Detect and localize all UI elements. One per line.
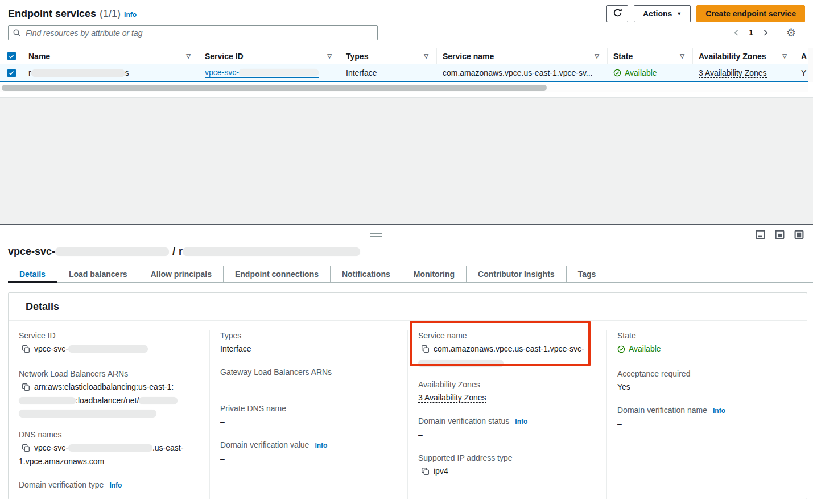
redacted-text (68, 444, 152, 452)
filter-icon[interactable]: ▽ (595, 53, 601, 59)
resource-count: (1/1) (100, 8, 121, 20)
previous-page-icon[interactable] (732, 28, 741, 37)
copy-icon[interactable] (421, 467, 430, 479)
filter-icon[interactable]: ▽ (680, 53, 687, 59)
table-row[interactable]: rs vpce-svc- Interface com.amazonaws.vpc… (0, 64, 808, 82)
tab-bar: Details Load balancers Allow principals … (8, 266, 813, 283)
create-endpoint-service-button[interactable]: Create endpoint service (696, 5, 805, 22)
table-toolbar: 1 ⚙ (8, 25, 805, 41)
filter-icon[interactable]: ▽ (782, 53, 789, 59)
details-column-2: Types Interface Gateway Load Balancers A… (209, 330, 407, 499)
tab-notifications[interactable]: Notifications (330, 266, 402, 282)
availability-zones-link[interactable]: 3 Availability Zones (699, 68, 767, 78)
tab-contributor-insights[interactable]: Contributor Insights (466, 266, 566, 282)
row-checkbox[interactable] (7, 69, 16, 77)
resource-table-section: Endpoint services (1/1) Info Actions ▼ C… (0, 0, 813, 98)
tab-load-balancers[interactable]: Load balancers (57, 266, 139, 282)
actions-button[interactable]: Actions ▼ (634, 5, 691, 22)
column-header-service-name[interactable]: Service name▽ (437, 48, 608, 64)
info-link[interactable]: Info (124, 11, 137, 19)
redacted-text (239, 69, 319, 76)
panel-size-full-icon[interactable] (794, 230, 804, 239)
details-column-3: Service name com.amazonaws.vpce.us-east-… (407, 330, 606, 499)
actions-button-label: Actions (643, 9, 672, 18)
details-card: Details Service ID vpce-svc- Network Loa… (8, 292, 807, 499)
copy-icon[interactable] (22, 444, 30, 456)
field-glb-arns: Gateway Load Balancers ARNs – (220, 366, 396, 391)
copy-icon[interactable] (421, 345, 430, 357)
row-select-cell (0, 64, 23, 81)
column-header-availability-zones[interactable]: Availability Zones▽ (693, 48, 795, 64)
table-header: Name▽ Service ID▽ Types▽ Service name▽ S… (0, 48, 808, 64)
redacted-text (418, 360, 504, 367)
search-icon (13, 28, 21, 39)
check-circle-icon (613, 69, 621, 77)
select-all-checkbox[interactable] (7, 52, 16, 60)
page-title: Endpoint services (1/1) Info (8, 8, 137, 20)
details-column-1: Service ID vpce-svc- Network Load Balanc… (9, 330, 209, 499)
field-service-name: Service name com.amazonaws.vpce.us-east-… (418, 330, 595, 367)
select-all-cell (0, 48, 23, 64)
divider (778, 26, 778, 39)
field-dns-names: DNS names vpce-svc-.us-east-1.vpce.amazo… (19, 429, 198, 468)
tab-monitoring[interactable]: Monitoring (402, 266, 466, 282)
caret-down-icon: ▼ (676, 11, 682, 16)
redacted-text (19, 410, 156, 418)
refresh-button[interactable] (606, 5, 628, 22)
service-id-link[interactable]: vpce-svc- (205, 68, 319, 78)
copy-icon[interactable] (22, 345, 30, 357)
filter-icon[interactable]: ▽ (186, 53, 193, 59)
redacted-text (68, 345, 148, 353)
status-badge: Available (613, 68, 657, 77)
field-private-dns-name: Private DNS name – (220, 403, 396, 428)
info-link[interactable]: Info (109, 480, 122, 491)
filter-icon[interactable]: ▽ (424, 53, 431, 59)
panel-size-medium-icon[interactable] (775, 230, 785, 239)
details-heading: Details (26, 301, 59, 313)
column-header-service-id[interactable]: Service ID▽ (199, 48, 340, 64)
settings-gear-icon[interactable]: ⚙ (786, 27, 796, 38)
cell-name: rs (23, 64, 199, 81)
cell-acceptance: Y (795, 64, 808, 81)
info-link[interactable]: Info (515, 416, 527, 427)
horizontal-scrollbar[interactable] (0, 84, 808, 92)
field-supported-ip: Supported IP address type ipv4 (418, 452, 595, 479)
details-column-4: State Available Acceptance required Yes (606, 330, 807, 499)
vertical-scrollbar-gutter (808, 48, 813, 82)
current-page[interactable]: 1 (749, 28, 753, 37)
redacted-text (183, 247, 360, 256)
tab-allow-principals[interactable]: Allow principals (139, 266, 223, 282)
field-domain-verification-name: Domain verification nameInfo – (617, 404, 795, 430)
panel-size-controls (756, 230, 804, 239)
create-button-label: Create endpoint service (705, 9, 796, 18)
availability-zones-link[interactable]: 3 Availability Zones (418, 393, 486, 403)
pagination: 1 ⚙ (732, 26, 796, 39)
status-badge: Available (617, 343, 661, 355)
scrollbar-thumb[interactable] (2, 85, 547, 91)
split-panel-drag-handle[interactable] (370, 233, 382, 237)
tab-tags[interactable]: Tags (566, 266, 608, 282)
split-panel-title: vpce-svc-/r (8, 246, 360, 258)
field-acceptance-required: Acceptance required Yes (617, 368, 795, 393)
refresh-icon (613, 8, 622, 19)
tab-details[interactable]: Details (8, 266, 57, 282)
check-circle-icon (617, 345, 625, 353)
field-domain-verification-status: Domain verification statusInfo – (418, 415, 595, 441)
info-link[interactable]: Info (315, 440, 327, 451)
column-header-state[interactable]: State▽ (608, 48, 693, 64)
column-header-acceptance[interactable]: A (795, 48, 808, 64)
info-link[interactable]: Info (713, 405, 725, 416)
search-box (8, 25, 378, 40)
cell-state: Available (608, 64, 693, 81)
filter-icon[interactable]: ▽ (327, 53, 334, 59)
field-state: State Available (617, 330, 795, 357)
tab-endpoint-connections[interactable]: Endpoint connections (223, 266, 330, 282)
panel-size-small-icon[interactable] (756, 230, 765, 239)
column-header-name[interactable]: Name▽ (23, 48, 199, 64)
cell-availability-zones: 3 Availability Zones (693, 64, 795, 81)
search-input[interactable] (8, 25, 378, 40)
copy-icon[interactable] (22, 383, 30, 395)
next-page-icon[interactable] (761, 28, 770, 37)
field-domain-verification-value: Domain verification valueInfo – (220, 439, 396, 465)
column-header-types[interactable]: Types▽ (340, 48, 437, 64)
